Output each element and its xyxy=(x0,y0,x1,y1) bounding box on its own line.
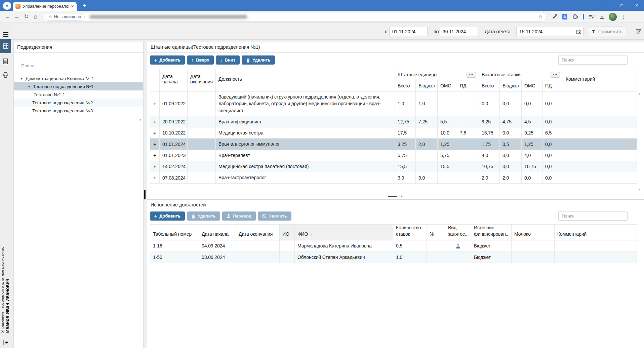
reading-list-icon[interactable] xyxy=(587,12,596,21)
tree-item-test-unit-2[interactable]: Тестовое подразделения №2 xyxy=(14,99,143,107)
col-funding-source[interactable]: Источник финансирован... xyxy=(471,225,512,240)
tree-scroll-down-icon[interactable]: ▼ xyxy=(139,118,142,121)
col-employment-type[interactable]: Вид занятос... xyxy=(445,225,471,240)
col-position[interactable]: Должность xyxy=(216,69,395,91)
expand-row-button[interactable]: + xyxy=(150,161,160,172)
tree-item-test-1-1[interactable]: Тестовое №1-1 xyxy=(14,90,143,99)
address-bar[interactable]: ⚠ Не защищено ☆ xyxy=(42,12,547,22)
home-icon[interactable]: ⌂ xyxy=(31,12,40,22)
vacant-rates-more-button[interactable]: ••• xyxy=(551,72,560,78)
delete-staff-unit-button[interactable]: Удалить xyxy=(242,55,275,65)
staff-unit-row[interactable]: +07.08.2024Врач-гастроэнтеролог3,03,02,0… xyxy=(150,172,637,183)
col-total[interactable]: Всего xyxy=(395,80,416,91)
bookmark-star-icon[interactable]: ☆ xyxy=(538,14,543,20)
menu-hamburger-icon[interactable] xyxy=(0,30,11,38)
extensions-icon[interactable] xyxy=(571,12,580,21)
tree-item-test-unit-3[interactable]: Тестовое подразделения №3 xyxy=(14,107,143,115)
expander-icon[interactable]: ▾ xyxy=(20,77,24,80)
translate-icon[interactable]: A xyxy=(560,12,569,21)
col-end-date[interactable]: Дата окончания xyxy=(188,69,216,91)
col-io[interactable]: ИО xyxy=(280,225,295,240)
horizontal-splitter[interactable]: ▾ xyxy=(147,194,644,199)
col-milk[interactable]: Молоко xyxy=(512,225,555,240)
expand-row-button[interactable]: + xyxy=(150,172,160,183)
expander-icon[interactable]: ▾ xyxy=(27,85,31,88)
col-pd[interactable]: ПД xyxy=(457,80,479,91)
vertical-splitter-handle[interactable] xyxy=(144,190,146,199)
expand-row-button[interactable]: + xyxy=(150,139,160,150)
staff-unit-row[interactable]: +01.01.2024Врач-аллерголог-иммунолог3,25… xyxy=(150,139,637,150)
staff-unit-row[interactable]: +20.09.2022Врач-инфекционист12,757,255,5… xyxy=(150,116,637,127)
forward-icon[interactable]: → xyxy=(12,12,22,22)
staff-table-scrollbar[interactable]: ▲ ▼ xyxy=(637,91,642,192)
staffing-grid-icon[interactable] xyxy=(0,39,11,53)
col-personnel-number[interactable]: Табельный номер xyxy=(150,225,199,240)
expand-row-button[interactable]: + xyxy=(150,150,160,161)
download-icon[interactable] xyxy=(598,12,606,21)
add-position-button[interactable]: +Добавить xyxy=(150,211,185,221)
col-oms[interactable]: ОМС xyxy=(438,80,457,91)
expand-row-button[interactable]: + xyxy=(150,116,160,127)
position-row[interactable]: 1-1604.09.2024Мармеладова Катерина Ивано… xyxy=(150,240,637,252)
expand-row-button[interactable]: + xyxy=(150,127,160,139)
col-comment[interactable]: Комментарий xyxy=(563,69,637,91)
position-row[interactable]: 1-5003.06.2024Облонский Степан Аркадьеви… xyxy=(150,252,637,263)
eyedropper-icon[interactable] xyxy=(550,12,558,21)
col-budget[interactable]: Бюджет xyxy=(416,80,438,91)
staff-units-search-input[interactable] xyxy=(558,55,628,65)
move-up-button[interactable]: ↑Вверх xyxy=(187,55,213,65)
logout-icon[interactable] xyxy=(3,340,8,345)
splitter-handle[interactable] xyxy=(388,196,397,197)
tree-item-test-unit-1[interactable]: ▾ Тестовое подразделения №1 xyxy=(14,82,143,90)
departments-search-input[interactable] xyxy=(18,61,139,70)
reload-icon[interactable]: ↻ xyxy=(22,12,31,22)
back-icon[interactable]: ← xyxy=(3,12,12,22)
position-cell: Врач-аллерголог-иммунолог xyxy=(216,139,395,150)
document-icon[interactable] xyxy=(0,57,11,66)
col-vacant-total[interactable]: Всего xyxy=(479,80,500,91)
date-from-input[interactable] xyxy=(389,27,428,36)
move-down-button[interactable]: ↓Вниз xyxy=(216,55,240,65)
col-rate-count[interactable]: Количество ставок xyxy=(393,225,427,240)
staff-units-more-button[interactable]: ••• xyxy=(467,72,476,78)
col-comment[interactable]: Комментарий xyxy=(555,225,637,240)
window-maximize-button[interactable]: □ xyxy=(614,0,629,11)
col-vacant-oms[interactable]: ОМС xyxy=(522,80,542,91)
expand-row-button[interactable]: + xyxy=(150,91,160,116)
end-date-cell xyxy=(188,139,216,150)
printer-icon[interactable] xyxy=(0,71,11,79)
col-start-date[interactable]: Дата начала xyxy=(199,225,236,240)
col-start-date[interactable]: Дата начала xyxy=(160,69,188,91)
col-end-date[interactable]: Дата окончания xyxy=(236,225,280,240)
clear-filter-icon[interactable] xyxy=(635,28,643,36)
splitter-collapse-icon[interactable]: ▾ xyxy=(401,195,402,198)
report-date-input[interactable] xyxy=(516,27,574,36)
col-fio[interactable]: ФИО ↑ xyxy=(295,225,393,240)
new-tab-button[interactable]: + xyxy=(80,1,89,10)
delete-position-button[interactable]: Удалить xyxy=(187,211,220,221)
transfer-button[interactable]: Перевод xyxy=(222,211,256,221)
staff-unit-row[interactable]: +14.02.2024Медицинская сестра палатная (… xyxy=(150,161,637,172)
tab-close-icon[interactable]: × xyxy=(71,4,74,9)
staff-unit-row[interactable]: +10.10.2022Медицинская сестра17,510,07,5… xyxy=(150,127,637,139)
col-vacant-budget[interactable]: Бюджет xyxy=(500,80,522,91)
dismiss-button[interactable]: Уволить xyxy=(258,211,291,221)
browser-menu-icon[interactable]: ⋮ xyxy=(619,12,628,21)
tab-search-button[interactable]: ∨ xyxy=(3,2,11,10)
staff-unit-row[interactable]: +01.01.2023Врач-терапевт5,755,754,00,04,… xyxy=(150,150,637,161)
start-date-cell: 07.08.2024 xyxy=(160,172,188,183)
window-minimize-button[interactable]: — xyxy=(600,0,614,11)
positions-search-input[interactable] xyxy=(558,211,628,221)
tree-item-clinic-1[interactable]: ▾ Демонстрационная Клиника № 1 xyxy=(14,74,143,82)
col-vacant-pd[interactable]: ПД xyxy=(542,80,563,91)
staff-unit-row[interactable]: +01.09.2022Заведующий (начальник) структ… xyxy=(150,91,637,116)
col-percent[interactable]: % xyxy=(427,225,445,240)
profile-avatar[interactable] xyxy=(608,12,617,21)
add-staff-unit-button[interactable]: +Добавить xyxy=(150,55,185,65)
apply-button[interactable]: Применить xyxy=(589,27,625,36)
security-chip[interactable]: ⚠ Не защищено xyxy=(45,13,85,21)
date-to-input[interactable] xyxy=(440,27,478,36)
calendar-button[interactable] xyxy=(574,27,583,36)
window-close-button[interactable]: × xyxy=(629,0,644,11)
browser-tab[interactable]: Управление персоналом и шта × xyxy=(13,2,77,11)
